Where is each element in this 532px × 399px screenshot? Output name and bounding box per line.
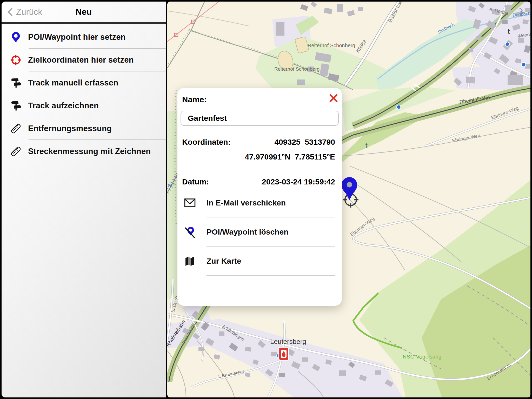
- map-label: Reiterhof Schönberg: [274, 66, 320, 72]
- map-label: Leutersberg: [270, 338, 306, 345]
- menu-item-distance[interactable]: Entfernungsmessung: [2, 117, 166, 140]
- menu-item-label: POI/Waypoint hier setzen: [28, 32, 126, 42]
- waypoint-dialog: Name: Koordinaten: 409325 5313790 47.970…: [177, 88, 342, 306]
- target-icon: [10, 54, 22, 66]
- menu-item-label: Zielkoordinaten hier setzen: [28, 55, 134, 65]
- menu-item-label: Track aufzeichnen: [28, 101, 99, 110]
- map-view[interactable]: Reiterhof SchönbergReiterhof SchönbergBa…: [167, 2, 530, 397]
- menu-item-set-target[interactable]: Zielkoordinaten hier setzen: [2, 49, 166, 71]
- menu-item-label: Track manuell erfassen: [28, 78, 118, 88]
- send-email-button[interactable]: In E-Mail verschicken: [177, 188, 342, 217]
- fire-station-icon: [279, 347, 289, 360]
- menu-item-route-draw[interactable]: Streckenmessung mit Zeichnen: [2, 140, 166, 163]
- map-label: Reiterhof Schönberg: [308, 43, 355, 48]
- action-label: Zur Karte: [207, 257, 241, 265]
- signpost-icon: [10, 100, 22, 112]
- delete-waypoint-button[interactable]: POI/Waypoint löschen: [177, 217, 342, 247]
- map-label: t: [508, 28, 510, 35]
- map-label: NSG Vogelsang: [403, 354, 441, 360]
- ruler-icon: [10, 123, 22, 135]
- menu-item-set-poi[interactable]: POI/Waypoint hier setzen: [2, 26, 166, 49]
- back-chevron-icon: [5, 7, 16, 17]
- sidebar-header: Zurück Neu: [2, 2, 166, 24]
- go-to-map-button[interactable]: Zur Karte: [177, 247, 342, 276]
- email-icon: [184, 197, 196, 209]
- signpost-icon: [10, 77, 22, 89]
- coordinates-deg-value: 47.970991°N 7.785115°E: [245, 152, 335, 161]
- dialog-actions: In E-Mail verschicken POI/Waypoint lösch…: [177, 188, 342, 276]
- coordinates-utm-value: 409325 5313790: [274, 138, 335, 147]
- close-icon[interactable]: [327, 92, 340, 104]
- sidebar-menu: POI/Waypoint hier setzen Zielkoordinaten…: [2, 26, 166, 163]
- app-window: Zurück Neu POI/Waypoint hier setzen Ziel…: [0, 0, 532, 399]
- ruler-icon: [10, 145, 22, 157]
- date-label: Datum:: [182, 177, 209, 186]
- pin-icon: [10, 31, 22, 43]
- date-value: 2023-03-24 19:59:42: [262, 177, 335, 186]
- back-button-label: Zurück: [16, 7, 42, 17]
- back-button[interactable]: Zurück: [5, 2, 42, 22]
- map-icon: [184, 255, 196, 267]
- action-label: In E-Mail verschicken: [207, 198, 286, 207]
- menu-item-label: Streckenmessung mit Zeichnen: [28, 147, 151, 156]
- name-label: Name:: [182, 95, 207, 104]
- coordinates-label: Koordinaten:: [182, 138, 231, 147]
- action-label: POI/Waypoint löschen: [207, 228, 289, 236]
- delete-pin-icon: [184, 226, 196, 238]
- name-input[interactable]: [181, 111, 339, 126]
- map-label: t: [365, 142, 368, 149]
- menu-item-label: Entfernungsmessung: [28, 124, 112, 133]
- menu-item-track-record[interactable]: Track aufzeichnen: [2, 94, 166, 117]
- sidebar: Zurück Neu POI/Waypoint hier setzen Ziel…: [2, 2, 166, 397]
- menu-item-track-manual[interactable]: Track manuell erfassen: [2, 71, 166, 94]
